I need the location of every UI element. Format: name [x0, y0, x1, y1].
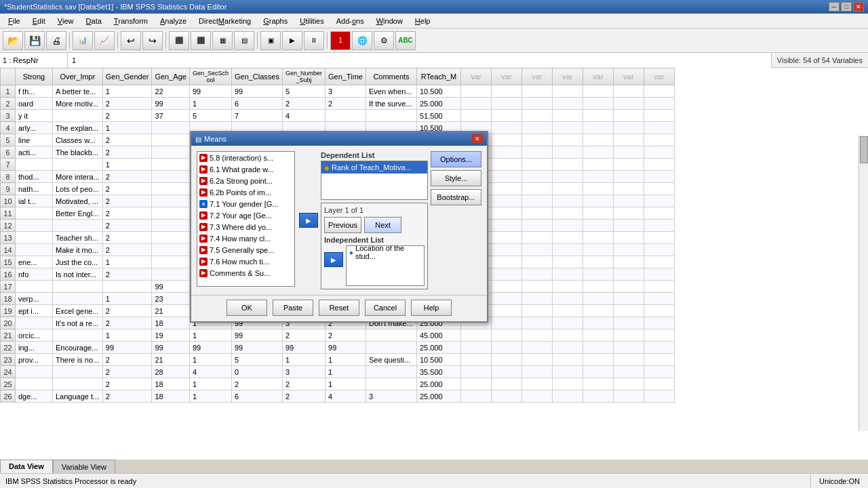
dialog-close-btn[interactable]: ✕: [472, 134, 483, 144]
var-type-icon: ▶: [199, 177, 208, 185]
cancel-btn[interactable]: Cancel: [365, 300, 406, 316]
dep-list-box[interactable]: ◆ Rank of Teach_Motiva...: [321, 161, 428, 200]
dep-arrow-btn[interactable]: ▶: [299, 213, 318, 228]
var-type-icon: ▶: [199, 223, 208, 231]
var-type-icon: ▶: [199, 235, 208, 243]
right-buttons: Options... Style... Bootstrap...: [431, 151, 481, 289]
var-list-item[interactable]: ▶7.6 How much ti...: [197, 256, 294, 267]
var-list-item[interactable]: ▶7.4 How many cl...: [197, 232, 294, 244]
dep-item-icon: ◆: [324, 164, 330, 171]
var-list-item-label: 7.2 Your age [Ge...: [210, 211, 272, 220]
var-type-icon: ▶: [199, 269, 208, 277]
prev-btn[interactable]: Previous: [324, 217, 361, 233]
var-type-icon: ▶: [199, 258, 208, 266]
next-btn[interactable]: Next: [364, 217, 401, 233]
ok-btn[interactable]: OK: [226, 300, 267, 316]
dialog-body: ▶5.8 (interaction) s...▶6.1 What grade w…: [191, 146, 487, 295]
var-list-item[interactable]: a7.1 Your gender [G...: [197, 198, 294, 209]
var-list-item[interactable]: ▶6.2b Points of im...: [197, 186, 294, 198]
ind-list-label: Independent List: [324, 236, 425, 244]
dep-arrow-area: ▶: [299, 151, 318, 289]
var-list-item[interactable]: ▶5.8 (interaction) s...: [197, 152, 294, 163]
reset-btn[interactable]: Reset: [319, 300, 359, 316]
var-type-icon: ▶: [199, 211, 208, 220]
dialog-title-bar: ▤ Means ✕: [191, 132, 487, 146]
var-list-item-label: Comments & Su...: [210, 269, 270, 277]
dep-list-section: Dependent List ◆ Rank of Teach_Motiva...: [321, 151, 428, 200]
layer-label: Layer 1 of 1: [324, 206, 425, 214]
dialog-title-icon: ▤: [195, 136, 201, 143]
dialog-overlay: ▤ Means ✕ ▶5.8 (interaction) s...▶6.1 Wh…: [0, 0, 868, 488]
dialog-title-text: Means: [204, 135, 226, 143]
var-list-item[interactable]: ▶6.1 What grade w...: [197, 163, 294, 175]
var-list-item[interactable]: ▶7.3 Where did yo...: [197, 221, 294, 232]
style-btn[interactable]: Style...: [431, 170, 481, 186]
paste-btn[interactable]: Paste: [273, 300, 313, 316]
var-type-icon: ▶: [199, 246, 208, 254]
var-list-panel[interactable]: ▶5.8 (interaction) s...▶6.1 What grade w…: [197, 151, 295, 287]
layer-nav: Previous Next: [324, 217, 425, 233]
help-btn[interactable]: Help: [411, 300, 452, 316]
var-list-item-label: 6.2a Strong point...: [210, 177, 273, 185]
dialog-footer: OK Paste Reset Cancel Help: [191, 295, 487, 321]
bootstrap-btn[interactable]: Bootstrap...: [431, 189, 481, 205]
means-dialog: ▤ Means ✕ ▶5.8 (interaction) s...▶6.1 Wh…: [190, 131, 488, 323]
var-list-item-label: 7.5 Generally spe...: [210, 246, 274, 254]
var-type-icon: ▶: [199, 154, 208, 162]
var-list-item-label: 7.1 Your gender [G...: [210, 200, 279, 208]
var-type-icon: ▶: [199, 188, 208, 197]
var-list-item[interactable]: ▶Comments & Su...: [197, 267, 294, 279]
var-list-item[interactable]: ▶7.2 Your age [Ge...: [197, 209, 294, 221]
var-type-icon: ▶: [199, 165, 208, 174]
ind-arrow-btn[interactable]: ▶: [324, 252, 343, 267]
dep-list-item[interactable]: ◆ Rank of Teach_Motiva...: [321, 161, 427, 174]
dep-list-label: Dependent List: [321, 151, 428, 159]
ind-list-item[interactable]: ● Location of the stud...: [347, 246, 424, 258]
ind-arrow-area: ▶: [324, 245, 343, 286]
ind-item-label: Location of the stud...: [355, 245, 421, 260]
var-list-item-label: 7.4 How many cl...: [210, 235, 271, 243]
var-list-item[interactable]: ▶6.2a Strong point...: [197, 175, 294, 186]
var-list-item-label: 6.1 What grade w...: [210, 165, 274, 174]
ind-item-icon: ●: [349, 249, 353, 256]
var-type-icon: a: [199, 200, 208, 208]
var-list-item[interactable]: ▶7.5 Generally spe...: [197, 244, 294, 256]
options-btn[interactable]: Options...: [431, 151, 481, 167]
middle-panel: Dependent List ◆ Rank of Teach_Motiva...…: [321, 151, 428, 289]
var-list-item-label: 5.8 (interaction) s...: [210, 154, 273, 162]
layer-section: Layer 1 of 1 Previous Next Independent L…: [321, 203, 428, 289]
dep-item-label: Rank of Teach_Motiva...: [332, 163, 412, 171]
var-list-item-label: 7.6 How much ti...: [210, 258, 269, 266]
var-list-item-label: 6.2b Points of im...: [210, 188, 271, 197]
ind-list-section: Independent List ▶ ● Location of the stu…: [324, 236, 425, 286]
var-list-item-label: 7.3 Where did yo...: [210, 223, 272, 231]
ind-list-box[interactable]: ● Location of the stud...: [346, 245, 425, 286]
